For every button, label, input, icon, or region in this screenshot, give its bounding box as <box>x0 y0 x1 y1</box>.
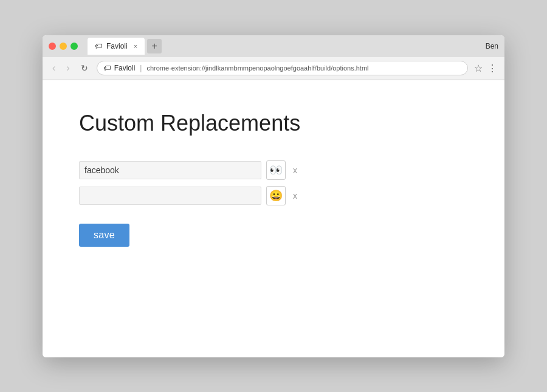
replacement-row: 👀 x <box>79 160 468 180</box>
active-tab[interactable]: 🏷 Favioli × <box>88 38 145 55</box>
replacement-emoji-2[interactable]: 😀 <box>266 186 286 205</box>
emoji-icon-2: 😀 <box>269 189 283 202</box>
page-title: Custom Replacements <box>79 111 468 136</box>
close-traffic-light[interactable] <box>49 43 56 50</box>
chrome-menu-icon[interactable]: ⋮ <box>487 63 497 74</box>
replacement-row: 😀 x <box>79 186 468 205</box>
replacements-list: 👀 x 😀 x <box>79 160 468 205</box>
addressbar: ‹ › ↻ 🏷 Favioli | chrome-extension://jin… <box>43 57 504 80</box>
url-site-name: Favioli <box>114 64 136 72</box>
tab-favicon-icon: 🏷 <box>95 41 103 50</box>
emoji-icon-1: 👀 <box>269 163 283 177</box>
url-extension-icon: 🏷 <box>103 64 111 72</box>
tab-close-button[interactable]: × <box>134 43 137 50</box>
back-button[interactable]: ‹ <box>50 61 58 75</box>
url-path: chrome-extension://jindlkanmbmmpenopaoln… <box>146 64 368 72</box>
url-bar[interactable]: 🏷 Favioli | chrome-extension://jindlkanm… <box>97 61 468 75</box>
replacement-emoji-1[interactable]: 👀 <box>266 160 286 180</box>
url-separator: | <box>140 64 142 72</box>
profile-label[interactable]: Ben <box>486 42 498 50</box>
titlebar: 🏷 Favioli × + Ben <box>43 35 504 57</box>
replacement-input-1[interactable] <box>79 161 261 179</box>
maximize-traffic-light[interactable] <box>71 43 78 50</box>
minimize-traffic-light[interactable] <box>60 43 67 50</box>
replacement-input-2[interactable] <box>79 187 261 205</box>
forward-button[interactable]: › <box>64 61 72 75</box>
traffic-lights <box>49 43 78 50</box>
tab-label: Favioli <box>106 42 128 50</box>
bookmark-star-icon[interactable]: ☆ <box>474 63 483 74</box>
save-button[interactable]: save <box>79 224 129 247</box>
replacement-delete-1[interactable]: x <box>291 164 300 176</box>
addressbar-actions: ☆ ⋮ <box>474 63 497 74</box>
replacement-delete-2[interactable]: x <box>291 190 300 202</box>
tab-area: 🏷 Favioli × + <box>83 38 481 55</box>
refresh-button[interactable]: ↻ <box>78 62 91 74</box>
page-content: Custom Replacements 👀 x 😀 x save <box>43 80 504 357</box>
browser-window: 🏷 Favioli × + Ben ‹ › ↻ 🏷 Favioli | chro… <box>43 35 504 357</box>
new-tab-button[interactable]: + <box>147 39 162 53</box>
